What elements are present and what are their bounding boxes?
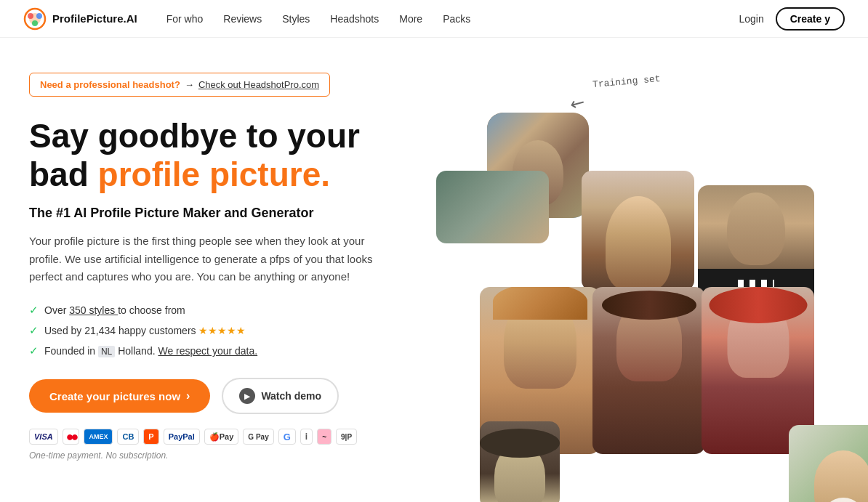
badge-i: i xyxy=(300,429,313,445)
hero-subheading: The #1 AI Profile Picture Maker and Gene… xyxy=(29,206,407,221)
check-icon-1: ✓ xyxy=(29,304,39,317)
play-icon: ▶ xyxy=(239,388,255,404)
logo[interactable]: ProfilePicture.AI xyxy=(23,7,137,31)
badge-klarna: ~ xyxy=(317,429,331,445)
collage-img-3 xyxy=(582,171,694,291)
login-button[interactable]: Login xyxy=(739,13,763,25)
main-content: Need a professional headshot? → Check ou… xyxy=(0,38,868,502)
cta-row: Create your pictures now › ▶ Watch demo xyxy=(29,378,407,414)
nav-reviews[interactable]: Reviews xyxy=(223,13,262,25)
checklist-item-styles: ✓ Over 350 styles to choose from xyxy=(29,304,407,317)
create-pictures-label: Create your pictures now xyxy=(49,390,180,402)
navbar: ProfilePicture.AI For who Reviews Styles… xyxy=(0,0,868,38)
payment-methods: VISA ●● AMEX CB P PayPal 🍎Pay G Pay G i … xyxy=(29,429,407,445)
hero-heading: Say goodbye to your bad profile picture. xyxy=(29,117,407,194)
visa-badge: VISA xyxy=(29,429,58,445)
collage-img-2 xyxy=(436,171,549,243)
paypal-badge: PayPal xyxy=(164,429,200,445)
banner-arrow: → xyxy=(185,79,194,90)
svg-point-2 xyxy=(28,13,33,19)
googlepay-badge: G Pay xyxy=(243,429,273,445)
hero-body: Your profile picture is the first thing … xyxy=(29,232,378,286)
hero-left: Need a professional headshot? → Check ou… xyxy=(29,73,436,502)
create-pictures-button[interactable]: Create your pictures now › xyxy=(29,379,210,413)
heading-line2-orange: profile picture. xyxy=(98,155,330,193)
promo-banner[interactable]: Need a professional headshot? → Check ou… xyxy=(29,73,330,97)
checklist-item-customers: ✓ Used by 21,434 happy customers ★★★★★ xyxy=(29,324,407,337)
svg-point-4 xyxy=(32,20,38,26)
checklist-customers-text: Used by 21,434 happy customers ★★★★★ xyxy=(44,325,246,336)
collage-img-8 xyxy=(480,421,560,502)
styles-link[interactable]: 350 styles xyxy=(69,304,118,316)
heading-line1: Say goodbye to your xyxy=(29,117,360,155)
banner-link[interactable]: Check out HeadshotPro.com xyxy=(198,79,319,90)
svg-point-3 xyxy=(36,13,42,19)
nav-more[interactable]: More xyxy=(399,13,422,25)
applepay-badge: 🍎Pay xyxy=(204,429,239,445)
nav-links: For who Reviews Styles Headshots More Pa… xyxy=(166,13,739,25)
mastercard-badge: ●● xyxy=(63,429,80,445)
hero-right: Training set ↙ xyxy=(436,73,839,502)
training-arrow: ↙ xyxy=(566,91,589,116)
create-button[interactable]: Create y xyxy=(776,7,845,31)
cb-badge: CB xyxy=(117,429,139,445)
payoneer-badge: P xyxy=(143,429,158,445)
collage-img-9 xyxy=(789,425,868,502)
badge-9pay: 9|P xyxy=(336,429,357,445)
nav-packs[interactable]: Packs xyxy=(443,13,470,25)
logo-text: ProfilePicture.AI xyxy=(52,12,137,25)
arrow-icon: › xyxy=(186,389,190,402)
star-rating: ★★★★★ xyxy=(198,325,246,336)
checklist-styles-text: Over 350 styles to choose from xyxy=(44,304,185,316)
watch-demo-label: Watch demo xyxy=(261,390,321,402)
logo-icon xyxy=(23,7,47,31)
nav-for-who[interactable]: For who xyxy=(166,13,204,25)
heading-line2-normal: bad xyxy=(29,155,98,193)
nav-styles[interactable]: Styles xyxy=(282,13,310,25)
feature-checklist: ✓ Over 350 styles to choose from ✓ Used … xyxy=(29,304,407,357)
payment-note: One-time payment. No subscription. xyxy=(29,450,407,461)
nav-headshots[interactable]: Headshots xyxy=(330,13,379,25)
banner-highlight: Need a professional headshot? xyxy=(40,79,180,90)
badge-g: G xyxy=(278,429,296,445)
nl-flag: NL xyxy=(98,346,115,357)
watch-demo-button[interactable]: ▶ Watch demo xyxy=(222,378,339,414)
image-collage: Training set ↙ xyxy=(436,73,839,494)
checklist-item-founded: ✓ Founded in NL Holland. We respect your… xyxy=(29,344,407,357)
nav-right: Login Create y xyxy=(739,7,845,31)
checklist-founded-text: Founded in NL Holland. We respect your d… xyxy=(44,345,257,357)
amex-badge: AMEX xyxy=(84,429,113,445)
privacy-link[interactable]: We respect your data. xyxy=(158,345,257,357)
check-icon-3: ✓ xyxy=(29,344,39,357)
check-icon-2: ✓ xyxy=(29,324,39,337)
collage-img-6 xyxy=(592,287,705,454)
training-set-label: Training set xyxy=(592,73,662,90)
